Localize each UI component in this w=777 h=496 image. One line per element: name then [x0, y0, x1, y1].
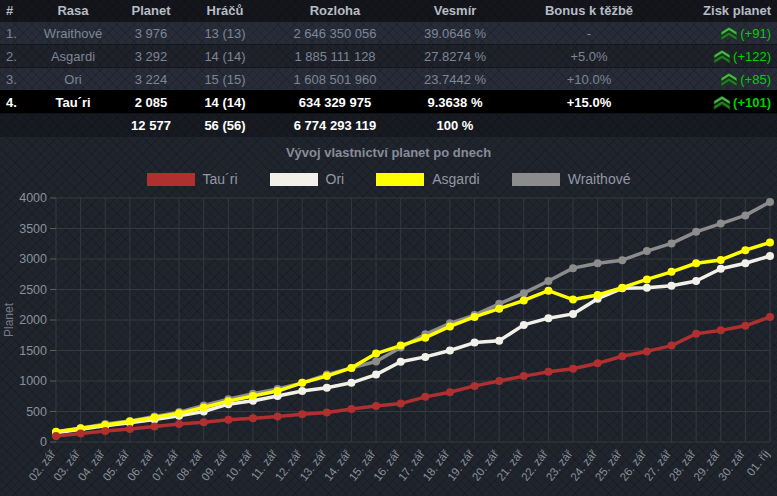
cell-planets: 3 976 — [116, 26, 186, 41]
totals-universe: 100 % — [406, 118, 504, 133]
column-header-universe: Vesmír — [406, 3, 504, 18]
gain-value: (+85) — [740, 72, 771, 87]
svg-text:3500: 3500 — [19, 222, 47, 236]
column-header-players: Hráčů — [186, 3, 264, 18]
cell-universe: 9.3638 % — [406, 95, 504, 110]
legend-swatch — [376, 173, 424, 186]
series-Tau´ri — [52, 313, 774, 440]
cell-bonus: +15.0% — [504, 95, 674, 110]
gain-value: (+122) — [733, 49, 771, 64]
cell-players: 14 (14) — [186, 49, 264, 64]
chart-legend: Tau´riOriAsgardiWraithové — [0, 170, 777, 188]
cell-race: Asgardi — [30, 49, 116, 64]
cell-rank: 3. — [0, 72, 30, 87]
cell-area: 634 329 975 — [264, 95, 406, 110]
svg-text:Planet: Planet — [2, 302, 16, 337]
cell-rank: 4. — [0, 95, 30, 110]
column-header-bonus: Bonus k těžbě — [504, 3, 674, 18]
cell-planets: 3 292 — [116, 49, 186, 64]
series-Asgardi — [52, 239, 774, 436]
cell-race: Tau´ri — [30, 95, 116, 110]
cell-gain: (+122) — [674, 49, 777, 64]
gain-value: (+91) — [740, 26, 771, 41]
svg-text:3000: 3000 — [19, 252, 47, 266]
svg-text:30. zář: 30. zář — [716, 447, 748, 483]
legend-label: Ori — [326, 171, 345, 187]
table-row-ori[interactable]: 3. Ori 3 224 15 (15) 1 608 501 960 23.74… — [0, 67, 777, 90]
legend-item-1[interactable]: Ori — [270, 171, 345, 187]
cell-gain: (+101) — [674, 95, 777, 110]
table-row-wraithove[interactable]: 1. Wraithové 3 976 13 (13) 2 646 350 056… — [0, 21, 777, 44]
legend-item-3[interactable]: Wraithové — [512, 171, 631, 187]
legend-swatch — [147, 173, 195, 186]
cell-players: 15 (15) — [186, 72, 264, 87]
rank-up-chevron-icon — [719, 72, 739, 87]
column-header-rank: # — [0, 3, 30, 18]
cell-bonus: +10.0% — [504, 72, 674, 87]
legend-label: Asgardi — [432, 171, 479, 187]
totals-area: 6 774 293 119 — [264, 118, 406, 133]
cell-bonus: +5.0% — [504, 49, 674, 64]
rank-up-chevron-icon — [719, 26, 739, 41]
legend-label: Tau´ri — [203, 171, 238, 187]
totals-players: 56 (56) — [186, 118, 264, 133]
cell-universe: 39.0646 % — [406, 26, 504, 41]
cell-planets: 3 224 — [116, 72, 186, 87]
cell-area: 1 885 111 128 — [264, 49, 406, 64]
svg-text:0: 0 — [40, 435, 47, 449]
rank-up-chevron-icon — [712, 95, 732, 110]
cell-race: Wraithové — [30, 26, 116, 41]
cell-rank: 1. — [0, 26, 30, 41]
legend-label: Wraithové — [568, 171, 631, 187]
svg-text:1000: 1000 — [19, 374, 47, 388]
planets-line-chart: 0500100015002000250030003500400002. zář0… — [0, 190, 777, 496]
totals-planets: 12 577 — [116, 118, 186, 133]
legend-item-0[interactable]: Tau´ri — [147, 171, 238, 187]
chart-title: Vývoj vlastnictví planet po dnech — [0, 137, 777, 162]
cell-race: Ori — [30, 72, 116, 87]
cell-universe: 27.8274 % — [406, 49, 504, 64]
table-totals-row: 12 577 56 (56) 6 774 293 119 100 % — [0, 113, 777, 137]
legend-item-2[interactable]: Asgardi — [376, 171, 479, 187]
svg-text:1500: 1500 — [19, 344, 47, 358]
cell-planets: 2 085 — [116, 95, 186, 110]
cell-players: 14 (14) — [186, 95, 264, 110]
svg-text:2000: 2000 — [19, 313, 47, 327]
cell-gain: (+85) — [674, 72, 777, 87]
cell-area: 2 646 350 056 — [264, 26, 406, 41]
race-stats-table: # Rasa Planet Hráčů Rozloha Vesmír Bonus… — [0, 0, 777, 137]
chart-section: Vývoj vlastnictví planet po dnech Tau´ri… — [0, 137, 777, 496]
table-row-asgardi[interactable]: 2. Asgardi 3 292 14 (14) 1 885 111 128 2… — [0, 44, 777, 67]
svg-text:01. říj: 01. říj — [744, 448, 771, 478]
cell-bonus: - — [504, 26, 674, 41]
cell-rank: 2. — [0, 49, 30, 64]
legend-swatch — [512, 173, 560, 186]
series-Ori — [52, 252, 774, 437]
svg-text:2500: 2500 — [19, 283, 47, 297]
cell-players: 13 (13) — [186, 26, 264, 41]
svg-text:4000: 4000 — [19, 191, 47, 205]
legend-swatch — [270, 173, 318, 186]
cell-area: 1 608 501 960 — [264, 72, 406, 87]
table-header-row: # Rasa Planet Hráčů Rozloha Vesmír Bonus… — [0, 0, 777, 21]
gain-value: (+101) — [733, 95, 771, 110]
rank-up-chevron-icon — [712, 49, 732, 64]
cell-universe: 23.7442 % — [406, 72, 504, 87]
svg-text:500: 500 — [26, 405, 47, 419]
column-header-planets: Planet — [116, 3, 186, 18]
column-header-race: Rasa — [30, 3, 116, 18]
cell-gain: (+91) — [674, 26, 777, 41]
table-row-tauri[interactable]: 4. Tau´ri 2 085 14 (14) 634 329 975 9.36… — [0, 90, 777, 113]
column-header-gain: Zisk planet — [674, 3, 777, 18]
column-header-area: Rozloha — [264, 3, 406, 18]
